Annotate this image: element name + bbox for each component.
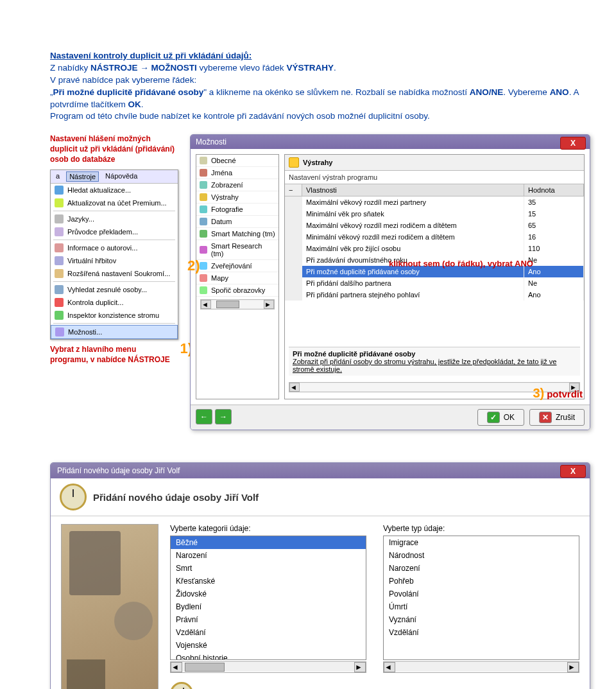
- star-icon: [55, 198, 64, 207]
- list-item[interactable]: Bydlení: [171, 600, 366, 613]
- photo-icon: [200, 205, 207, 213]
- add-fact-header: Přidání nového údaje osoby Jiří Volf: [51, 478, 590, 516]
- tree-icon: [55, 311, 64, 320]
- opt-cat-screensaver[interactable]: Spořič obrazovky: [196, 284, 278, 297]
- list-item[interactable]: Vojenské: [171, 639, 366, 652]
- menu-item-languages[interactable]: Jazyky...: [51, 213, 178, 225]
- menu-item-updates[interactable]: Hledat aktualizace...: [51, 184, 178, 196]
- info-icon: [55, 243, 64, 252]
- opt-cat-maps[interactable]: Mapy: [196, 272, 278, 284]
- portrait-image: [69, 531, 121, 595]
- menu-item-deceased[interactable]: Vyhledat zesnulé osoby...: [51, 283, 178, 296]
- gear-icon: [55, 327, 64, 336]
- prev-button[interactable]: ←: [196, 409, 212, 424]
- table-row[interactable]: Maximální věkový rozdíl mezi rodičem a d…: [285, 220, 584, 231]
- check-icon: [55, 298, 64, 307]
- list-item[interactable]: Smrt: [171, 562, 366, 575]
- opt-cat-general[interactable]: Obecné: [196, 155, 278, 167]
- menu-item-translation[interactable]: Průvodce překladem...: [51, 225, 178, 238]
- type-listbox[interactable]: Imigrace Národnost Narození Pohřeb Povol…: [383, 536, 579, 660]
- list-item[interactable]: Vzdělání: [384, 626, 579, 639]
- list-item[interactable]: Povolání: [384, 588, 579, 600]
- menu-item-cemetery[interactable]: Virtuální hřbitov: [51, 254, 178, 267]
- list-item[interactable]: Narození: [384, 562, 579, 575]
- menu-help[interactable]: Nápověda: [103, 171, 140, 182]
- category-scrollbar[interactable]: ◄►: [170, 661, 366, 673]
- marker-2: 2): [187, 257, 200, 274]
- table-row[interactable]: Při přidání partnera stejného pohlavíAno: [285, 289, 584, 301]
- grave-icon: [55, 256, 64, 265]
- list-item[interactable]: Běžné: [171, 536, 366, 549]
- list-item[interactable]: Národnost: [384, 549, 579, 562]
- doc-icon: [200, 157, 207, 164]
- list-item[interactable]: Vyznání: [384, 613, 579, 626]
- cancel-button[interactable]: ✕Zrušit: [529, 409, 585, 426]
- note-confirm: 3)potvrdit: [533, 386, 583, 401]
- menu-item-duplicates[interactable]: Kontrola duplicit...: [51, 296, 178, 309]
- note-click-row: kliknout sem (do řádku), vybrat ANO: [389, 259, 533, 268]
- options-category-list: Obecné Jména Zobrazení Výstrahy Fotograf…: [196, 154, 279, 399]
- list-item[interactable]: Právní: [171, 613, 366, 626]
- menu-misc[interactable]: a: [53, 171, 62, 182]
- note-top-left: Nastavení hlášení možných duplicit už př…: [50, 134, 178, 164]
- match-icon: [200, 230, 207, 238]
- book-icon: [55, 227, 64, 236]
- opt-cat-names[interactable]: Jména: [196, 167, 278, 179]
- opt-cat-photos[interactable]: Fotografie: [196, 204, 278, 216]
- add-fact-title: Přidání nového údaje osoby Jiří Volf: [57, 466, 180, 475]
- close-button[interactable]: X: [560, 465, 586, 478]
- menu-item-privacy[interactable]: Rozšířená nastavení Soukromí...: [51, 267, 178, 280]
- label-type: Vyberte typ údaje:: [383, 524, 579, 533]
- list-item[interactable]: Pohřeb: [384, 575, 579, 588]
- add-fact-titlebar: Přidání nového údaje osoby Jiří Volf X: [51, 463, 590, 478]
- table-row[interactable]: Při přidání dalšího partneraNe: [285, 277, 584, 289]
- menu-tools[interactable]: Nástroje: [66, 171, 99, 182]
- opt-cat-alerts[interactable]: Výstrahy: [196, 191, 278, 204]
- opt-cat-smartresearch[interactable]: Smart Research (tm): [196, 240, 278, 260]
- label-category: Vyberte kategorii údaje:: [170, 524, 366, 533]
- opt-cat-date[interactable]: Datum: [196, 216, 278, 228]
- table-row[interactable]: Maximální věk pro žijící osobu110: [285, 243, 584, 254]
- ok-button[interactable]: ✓OK: [477, 409, 524, 426]
- menu-item-consistency[interactable]: Inspektor konzistence stromu: [51, 309, 178, 322]
- panel-subheading: Nastavení výstrah programu: [285, 171, 584, 184]
- opt-cat-publish[interactable]: Zveřejňování: [196, 260, 278, 272]
- add-fact-dialog: Přidání nového údaje osoby Jiří Volf X P…: [50, 462, 590, 689]
- category-listbox[interactable]: Běžné Narození Smrt Křesťanské Židovské …: [170, 536, 366, 660]
- menubar: a Nástroje Nápověda: [51, 170, 178, 184]
- eye-icon: [200, 181, 207, 189]
- table-row[interactable]: Maximální věkový rozdíl mezi partnery35: [285, 196, 584, 208]
- clock-icon: [170, 682, 193, 689]
- globe-icon: [55, 186, 64, 195]
- list-item[interactable]: Vzdělání: [171, 626, 366, 639]
- list-item[interactable]: Osobní historie: [171, 652, 366, 660]
- flag-icon: [55, 214, 64, 223]
- panel-heading: Výstrahy: [303, 159, 332, 166]
- list-item[interactable]: Židovské: [171, 588, 366, 600]
- opt-cat-smartmatch[interactable]: Smart Matching (tm): [196, 228, 278, 240]
- list-item[interactable]: Úmrtí: [384, 600, 579, 613]
- next-button[interactable]: →: [215, 409, 232, 424]
- menu-item-author[interactable]: Informace o autorovi...: [51, 241, 178, 254]
- menu-item-options[interactable]: Možnosti...: [51, 325, 178, 339]
- options-dialog: Možnosti X Obecné Jména Zobrazení Výstra…: [190, 134, 590, 430]
- screen-icon: [200, 286, 207, 294]
- options-footer: ← → ✓OK ✕Zrušit: [191, 405, 590, 430]
- list-item[interactable]: Narození: [171, 549, 366, 562]
- list-item[interactable]: Křesťanské: [171, 575, 366, 588]
- options-title: Možnosti: [196, 137, 227, 146]
- close-button[interactable]: X: [560, 137, 586, 150]
- lock-icon: [55, 269, 64, 278]
- type-scrollbar[interactable]: ◄►: [383, 661, 579, 673]
- options-panel: Výstrahy Nastavení výstrah programu − Vl…: [284, 154, 585, 399]
- list-item[interactable]: Imigrace: [384, 536, 579, 549]
- menu-item-premium[interactable]: Aktualizovat na účet Premium...: [51, 196, 178, 209]
- cat-scrollbar[interactable]: ◄►: [200, 299, 275, 310]
- opt-cat-display[interactable]: Zobrazení: [196, 179, 278, 191]
- table-row[interactable]: Minimální věk pro sňatek15: [285, 208, 584, 220]
- research-icon: [200, 246, 207, 254]
- table-row[interactable]: Minimální věkový rozdíl mezi rodičem a d…: [285, 231, 584, 243]
- instr-title: Nastavení kontroly duplicit už při vklád…: [50, 51, 252, 60]
- add-fact-heading: Přidání nového údaje osoby Jiří Volf: [93, 492, 259, 503]
- hint-box: Při možné duplicitě přidávané osoby Zobr…: [289, 347, 580, 376]
